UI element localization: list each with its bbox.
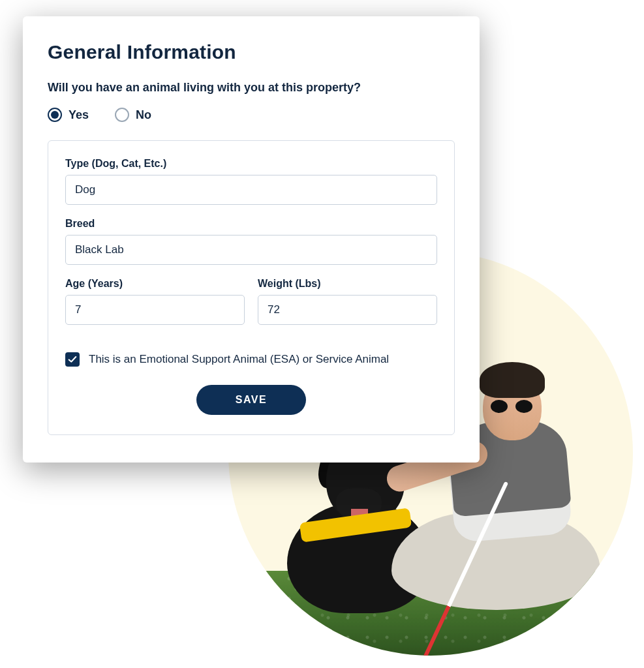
field-type: Type (Dog, Cat, Etc.) (65, 158, 437, 205)
label-breed: Breed (65, 218, 437, 230)
label-age: Age (Years) (65, 278, 245, 290)
label-weight: Weight (Lbs) (258, 278, 437, 290)
input-breed[interactable] (65, 235, 437, 265)
input-type[interactable] (65, 175, 437, 205)
check-icon (68, 355, 77, 364)
input-age[interactable] (65, 295, 245, 325)
checkbox-esa-label: This is an Emotional Support Animal (ESA… (89, 351, 389, 368)
field-weight: Weight (Lbs) (258, 278, 437, 338)
radio-no-label: No (136, 108, 151, 122)
radio-group-animal: Yes No (48, 108, 455, 122)
field-breed: Breed (65, 218, 437, 265)
radio-yes[interactable]: Yes (48, 108, 89, 122)
question-text: Will you have an animal living with you … (48, 79, 455, 96)
row-age-weight: Age (Years) Weight (Lbs) (65, 278, 437, 338)
input-weight[interactable] (258, 295, 437, 325)
form-card: General Information Will you have an ani… (23, 16, 480, 463)
checkbox-esa[interactable] (65, 352, 80, 367)
save-row: SAVE (65, 385, 437, 415)
esa-checkbox-row[interactable]: This is an Emotional Support Animal (ESA… (65, 351, 437, 368)
radio-circle-icon (48, 108, 62, 122)
radio-circle-icon (115, 108, 129, 122)
field-age: Age (Years) (65, 278, 245, 325)
label-type: Type (Dog, Cat, Etc.) (65, 158, 437, 170)
radio-no[interactable]: No (115, 108, 151, 122)
save-button[interactable]: SAVE (196, 385, 306, 415)
radio-yes-label: Yes (69, 108, 89, 122)
animal-fieldset: Type (Dog, Cat, Etc.) Breed Age (Years) … (48, 140, 455, 435)
page-title: General Information (48, 41, 455, 63)
